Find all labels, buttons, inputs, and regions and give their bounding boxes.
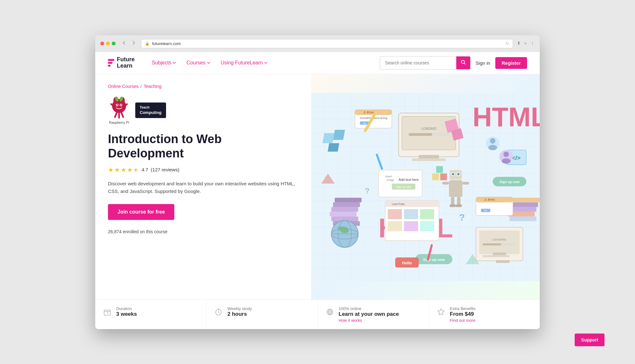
svg-rect-94 [388, 221, 402, 231]
maximize-dot[interactable] [112, 42, 116, 45]
logo-bar-bot [108, 65, 110, 67]
svg-text:⚠ Error.: ⚠ Error. [363, 110, 374, 114]
star-3: ★ [121, 166, 126, 174]
svg-line-11 [115, 112, 117, 117]
page: Future Learn Subjects Courses Using Futu… [95, 52, 540, 329]
back-button[interactable] [121, 40, 128, 47]
star-4: ★ [127, 166, 133, 174]
breadcrumb: Online Courses / Teaching [108, 84, 298, 89]
stat-duration: Duration 3 weeks [95, 300, 206, 329]
logo-text: Future Learn [117, 56, 135, 69]
svg-text:?: ? [459, 212, 465, 222]
new-tab-icon[interactable]: ＋ [523, 41, 528, 46]
svg-rect-70 [330, 212, 357, 216]
hero-illustration: HTML </> LOADING [311, 74, 540, 300]
nav-links: Subjects Courses Using FutureLearn [147, 57, 380, 68]
svg-rect-53 [409, 133, 432, 136]
svg-rect-144 [432, 173, 439, 180]
signin-link[interactable]: Sign in [476, 60, 490, 66]
svg-rect-123 [510, 216, 537, 221]
svg-rect-145 [440, 173, 447, 180]
course-description: Discover web development and learn to bu… [108, 180, 298, 195]
svg-point-78 [458, 173, 459, 175]
stat-online: 100% online Learn at your own pace How i… [318, 300, 429, 329]
star-1: ★ [108, 166, 114, 174]
computing-label: Computing [140, 110, 162, 116]
course-title: Introduction to Web Development [108, 132, 298, 161]
svg-text:Insert: Insert [385, 175, 392, 178]
stat-online-content: 100% online Learn at your own pace How i… [339, 306, 399, 323]
star-2: ★ [114, 166, 120, 174]
nav-subjects[interactable]: Subjects [147, 57, 181, 68]
nav-courses[interactable]: Courses [182, 57, 215, 68]
svg-rect-121 [513, 197, 540, 202]
svg-rect-95 [404, 221, 418, 231]
browser-dots [100, 42, 116, 45]
svg-rect-79 [442, 182, 449, 184]
svg-rect-80 [462, 182, 469, 184]
svg-text:LOADING: LOADING [493, 238, 506, 241]
browser-controls [121, 40, 137, 47]
search-button[interactable] [456, 56, 470, 69]
svg-text:LearnTube: LearnTube [392, 202, 405, 206]
svg-point-77 [452, 173, 454, 175]
svg-line-153 [218, 312, 220, 313]
breadcrumb-home[interactable]: Online Courses [108, 84, 139, 89]
forward-button[interactable] [130, 40, 137, 47]
svg-rect-73 [449, 180, 462, 197]
courses-chevron-icon [207, 61, 211, 65]
svg-rect-64 [328, 143, 339, 151]
breadcrumb-separator: / [141, 84, 142, 89]
svg-rect-96 [420, 221, 434, 231]
svg-point-10 [120, 104, 122, 106]
svg-rect-55 [412, 158, 446, 161]
enrolled-count: 26,874 enrolled on this course [108, 229, 168, 234]
star-rating: ★ ★ ★ ★ ★ ★ [108, 166, 139, 174]
duration-value: 3 weeks [116, 311, 137, 317]
nav-using-futurelearn[interactable]: Using FutureLearn [216, 57, 272, 68]
svg-text:HTML: HTML [472, 102, 540, 132]
svg-rect-83 [450, 204, 456, 207]
svg-text:OK: OK [363, 122, 366, 125]
online-icon [325, 308, 334, 319]
browser-titlebar: 🔒 futurelearn.com ↻ ⬆ ＋ ⋮ [95, 35, 540, 52]
hero-image-area: HTML </> LOADING [311, 74, 540, 300]
bottom-stats-bar: Duration 3 weeks Weekly study 2 hours [95, 300, 540, 329]
share-icon[interactable]: ⬆ [517, 41, 521, 46]
register-button[interactable]: Register [495, 57, 527, 69]
breadcrumb-current: Teaching [144, 84, 161, 89]
browser-actions: ⬆ ＋ ⋮ [517, 41, 535, 46]
svg-text:Add text here: Add text here [399, 177, 419, 181]
svg-text:Sign up now: Sign up now [396, 185, 411, 189]
svg-rect-67 [331, 207, 358, 212]
svg-rect-62 [323, 133, 334, 143]
find-out-more-link[interactable]: Find out more [450, 318, 476, 323]
support-button[interactable]: Support [575, 334, 605, 346]
stat-weekly-content: Weekly study 2 hours [227, 306, 252, 317]
svg-point-103 [488, 145, 497, 150]
refresh-icon[interactable]: ↻ [506, 41, 509, 46]
svg-text:image: image [387, 178, 394, 181]
teach-computing-logo: Teach Computing [135, 103, 166, 118]
svg-rect-116 [493, 252, 506, 255]
svg-text:Hello: Hello [402, 261, 412, 265]
extensions-icon[interactable]: ⋮ [530, 41, 535, 46]
futurelearn-chevron-icon [264, 61, 268, 65]
benefits-label: Extra Benefits [450, 306, 476, 311]
address-bar[interactable]: 🔒 futurelearn.com ↻ [141, 39, 513, 48]
search-input[interactable] [380, 57, 456, 69]
logo[interactable]: Future Learn [108, 56, 135, 69]
svg-text:?: ? [365, 187, 369, 195]
navbar: Future Learn Subjects Courses Using Futu… [95, 52, 540, 74]
join-course-button[interactable]: Join course for free [108, 204, 174, 220]
how-it-works-link[interactable]: How it works [339, 318, 399, 323]
svg-rect-117 [483, 255, 510, 257]
svg-rect-69 [335, 197, 362, 202]
close-dot[interactable] [100, 42, 104, 45]
svg-text:⚠ Error.: ⚠ Error. [484, 198, 495, 201]
content-left: Online Courses / Teaching [95, 74, 311, 300]
svg-rect-63 [333, 130, 345, 140]
nav-right: Sign in Register [380, 56, 527, 69]
minimize-dot[interactable] [106, 42, 110, 45]
extra-benefits-icon [437, 308, 445, 319]
